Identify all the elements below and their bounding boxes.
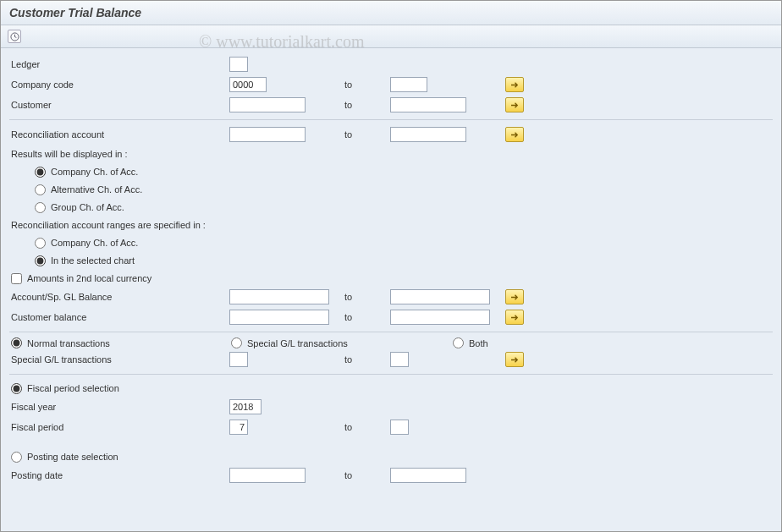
toolbar bbox=[1, 25, 781, 48]
custbal-from-input[interactable] bbox=[229, 310, 329, 325]
pdate-to-input[interactable] bbox=[390, 468, 466, 483]
customer-multiselect-button[interactable] bbox=[505, 97, 524, 112]
ledger-label: Ledger bbox=[9, 59, 229, 69]
custbal-to-input[interactable] bbox=[390, 310, 490, 325]
recon-from-input[interactable] bbox=[229, 127, 306, 142]
acct-from-input[interactable] bbox=[229, 289, 329, 304]
results-alt-label: Alternative Ch. of Acc. bbox=[51, 184, 142, 195]
company-multiselect-button[interactable] bbox=[505, 77, 524, 92]
fperiod-to-input[interactable] bbox=[390, 420, 409, 435]
execute-icon[interactable] bbox=[8, 30, 21, 43]
results-header: Results will be displayed in : bbox=[9, 149, 229, 159]
both-tx-radio[interactable] bbox=[453, 337, 464, 348]
special-to-input[interactable] bbox=[390, 352, 409, 367]
ranges-selected-label: In the selected chart bbox=[51, 255, 135, 266]
fiscal-sel-radio[interactable] bbox=[11, 383, 22, 394]
page-title: Customer Trial Balance bbox=[9, 6, 773, 19]
fyear-label: Fiscal year bbox=[9, 402, 229, 412]
fperiod-to-label: to bbox=[339, 422, 390, 432]
results-company-radio[interactable] bbox=[35, 167, 46, 178]
ledger-input[interactable] bbox=[229, 57, 248, 72]
recon-multiselect-button[interactable] bbox=[505, 127, 524, 142]
amounts-checkbox[interactable] bbox=[11, 273, 22, 284]
ranges-header: Reconciliation account ranges are specif… bbox=[9, 220, 348, 230]
ranges-company-label: Company Ch. of Acc. bbox=[51, 238, 138, 248]
company-from-input[interactable] bbox=[229, 77, 267, 92]
posting-sel-label: Posting date selection bbox=[27, 452, 118, 462]
recon-to-input[interactable] bbox=[390, 127, 466, 142]
customer-label: Customer bbox=[9, 100, 229, 110]
fperiod-label: Fiscal period bbox=[9, 422, 229, 432]
ranges-company-radio[interactable] bbox=[35, 238, 46, 249]
results-company-label: Company Ch. of Acc. bbox=[51, 167, 138, 177]
special-tx-radio[interactable] bbox=[231, 337, 242, 348]
special-from-input[interactable] bbox=[229, 352, 248, 367]
amounts-label: Amounts in 2nd local currency bbox=[27, 273, 151, 283]
results-group-radio[interactable] bbox=[35, 202, 46, 213]
ranges-selected-radio[interactable] bbox=[35, 255, 46, 266]
acct-to-label: to bbox=[339, 292, 390, 302]
title-bar: Customer Trial Balance bbox=[1, 1, 781, 25]
special-to-label: to bbox=[339, 354, 390, 365]
fperiod-from-input[interactable] bbox=[229, 420, 248, 435]
fiscal-sel-label: Fiscal period selection bbox=[27, 383, 119, 393]
normal-tx-label: Normal transactions bbox=[27, 338, 110, 348]
custbal-label: Customer balance bbox=[9, 312, 229, 322]
form-area: Ledger Company code to Customer to Recon… bbox=[1, 48, 781, 490]
acct-label: Account/Sp. GL Balance bbox=[9, 292, 229, 302]
posting-sel-radio[interactable] bbox=[11, 452, 22, 463]
results-group-label: Group Ch. of Acc. bbox=[51, 202, 124, 212]
special-multiselect-button[interactable] bbox=[505, 352, 524, 367]
acct-to-input[interactable] bbox=[390, 289, 490, 304]
customer-from-input[interactable] bbox=[229, 97, 306, 112]
special-tx-label: Special G/L transactions bbox=[247, 338, 348, 348]
separator bbox=[9, 374, 773, 375]
customer-to-label: to bbox=[339, 100, 390, 110]
company-to-input[interactable] bbox=[390, 77, 427, 92]
recon-to-label: to bbox=[339, 129, 390, 140]
pdate-to-label: to bbox=[339, 470, 390, 480]
normal-tx-radio[interactable] bbox=[11, 337, 22, 348]
fyear-input[interactable] bbox=[229, 399, 262, 414]
custbal-to-label: to bbox=[339, 312, 390, 322]
separator bbox=[9, 332, 773, 332]
company-label: Company code bbox=[9, 80, 229, 90]
pdate-from-input[interactable] bbox=[229, 468, 306, 483]
separator bbox=[9, 119, 773, 120]
customer-to-input[interactable] bbox=[390, 97, 466, 112]
both-tx-label: Both bbox=[469, 338, 488, 348]
pdate-label: Posting date bbox=[9, 470, 229, 480]
recon-label: Reconciliation account bbox=[9, 129, 229, 140]
special-label: Special G/L transactions bbox=[9, 354, 229, 365]
custbal-multiselect-button[interactable] bbox=[505, 310, 524, 325]
company-to-label: to bbox=[339, 80, 390, 90]
acct-multiselect-button[interactable] bbox=[505, 289, 524, 304]
results-alt-radio[interactable] bbox=[35, 184, 46, 195]
